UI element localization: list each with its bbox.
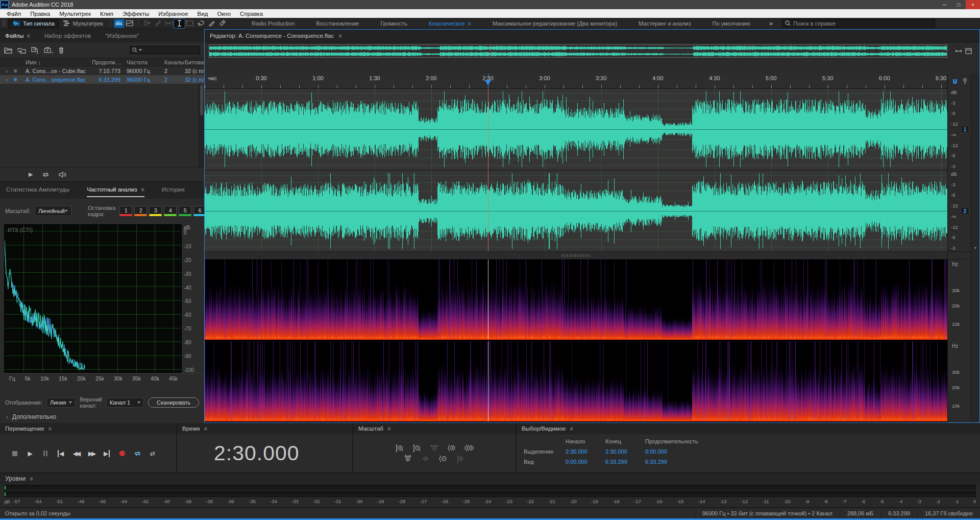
panel-tab[interactable]: История: [162, 186, 185, 197]
menu-item[interactable]: Файл: [2, 11, 26, 17]
go-to-end-button[interactable]: ▶: [100, 448, 113, 459]
zoom-out-time-button[interactable]: [411, 443, 423, 453]
column-depth[interactable]: Битовая глубина: [185, 59, 204, 65]
menu-item[interactable]: Справка: [235, 11, 267, 17]
show-spectrum-icon[interactable]: [125, 19, 135, 28]
workspace-overflow-icon[interactable]: »: [764, 19, 778, 27]
panel-tab[interactable]: "Избранное": [105, 29, 146, 42]
menu-item[interactable]: Окно: [212, 11, 235, 17]
close-button[interactable]: ×: [966, 0, 980, 9]
fast-forward-button[interactable]: ▶▶: [85, 448, 98, 459]
panel-menu-icon[interactable]: ≡: [30, 476, 33, 482]
hold-button[interactable]: 2: [134, 206, 147, 216]
overview-navigator[interactable]: [209, 44, 947, 58]
top-channel-select[interactable]: Канал 1: [106, 397, 144, 408]
pause-button[interactable]: [39, 448, 52, 459]
zoom-out-full-button[interactable]: [428, 443, 440, 453]
channel-2-badge[interactable]: 2: [961, 207, 969, 215]
panel-menu-icon[interactable]: ≡: [338, 33, 341, 39]
expand-chevron-icon[interactable]: ›: [0, 68, 13, 74]
workspace-tab[interactable]: По умолчанию: [702, 20, 761, 27]
waveform-mode-button[interactable]: Тип сигнала: [8, 19, 59, 28]
zoom-in-inpoint-button[interactable]: [446, 443, 458, 453]
search-options-caret[interactable]: [139, 49, 142, 53]
workspace-tab[interactable]: Мастеринг и анализ: [628, 20, 701, 27]
column-name[interactable]: Имя ↓: [26, 59, 92, 65]
channel-1-badge[interactable]: 1: [961, 126, 969, 133]
hold-button[interactable]: 4: [164, 206, 177, 216]
scan-button[interactable]: Сканировать: [148, 397, 199, 408]
column-channels[interactable]: Каналы: [160, 59, 185, 65]
expand-chevron-icon[interactable]: ›: [0, 77, 13, 83]
workspace-tab[interactable]: Radio Production: [241, 20, 305, 27]
open-file-icon[interactable]: [4, 47, 12, 54]
zoom-to-selection-button[interactable]: [437, 454, 449, 463]
waveform-channel-1[interactable]: [205, 89, 947, 170]
files-search-input[interactable]: [143, 47, 198, 53]
waveform-channel-2[interactable]: [205, 171, 947, 251]
file-row[interactable]: › ⧻ A. Cons…ce - Cube.flac 7:10.773 9600…: [0, 66, 204, 75]
wave-spectral-splitter[interactable]: [205, 251, 947, 259]
advanced-expander[interactable]: › Дополнительно: [0, 411, 204, 423]
stop-button[interactable]: [8, 448, 21, 459]
zoom-to-selection-time-button[interactable]: [402, 454, 414, 463]
frequency-graph[interactable]: ИТК (CTI): [4, 224, 182, 373]
panel-menu-icon[interactable]: ≡: [48, 426, 52, 432]
preview-loop-icon[interactable]: [42, 172, 50, 178]
panel-menu-icon[interactable]: ≡: [387, 426, 390, 432]
level-meter[interactable]: [4, 485, 976, 497]
timeline-ruler[interactable]: чмс 0:301:001:302:002:303:003:304:004:30…: [205, 74, 947, 89]
view-duration[interactable]: 6:33.299: [645, 459, 712, 465]
workspace-tab[interactable]: Классическое≡: [418, 20, 482, 27]
marker-pin-icon[interactable]: [963, 78, 967, 85]
view-start[interactable]: 0:00.000: [566, 459, 605, 465]
razor-tool-icon[interactable]: [153, 19, 163, 28]
menu-item[interactable]: Избранное: [154, 11, 192, 17]
workspace-tab[interactable]: Громкость: [370, 20, 418, 27]
lasso-selection-tool-icon[interactable]: [195, 19, 206, 28]
multitrack-mode-button[interactable]: Мультитрек: [59, 19, 107, 28]
files-scrollbar[interactable]: [199, 84, 204, 167]
move-tool-icon[interactable]: [142, 19, 153, 28]
marquee-selection-tool-icon[interactable]: [185, 19, 195, 28]
panel-tab[interactable]: Статистика Амплитуды: [6, 186, 69, 197]
help-search-input[interactable]: [793, 20, 932, 27]
display-select[interactable]: Линия: [46, 397, 76, 408]
panel-menu-icon[interactable]: ≡: [27, 33, 30, 39]
rewind-button[interactable]: ◀◀: [69, 448, 83, 459]
panel-menu-icon[interactable]: ≡: [204, 426, 207, 432]
time-display[interactable]: 2:30.000: [177, 434, 352, 472]
column-duration[interactable]: Продолж…: [92, 59, 124, 65]
menu-item[interactable]: Вид: [193, 11, 213, 17]
show-waveform-icon[interactable]: [114, 19, 125, 28]
hold-button[interactable]: 3: [149, 206, 162, 216]
import-file-icon[interactable]: [17, 47, 26, 54]
menu-item[interactable]: Правка: [26, 11, 55, 17]
menu-item[interactable]: Клип: [95, 11, 118, 17]
selection-duration[interactable]: 0:00.000: [645, 448, 712, 455]
menu-item[interactable]: Эффекты: [118, 11, 154, 17]
panel-tab[interactable]: Набор эффектов: [44, 29, 98, 42]
preview-play-icon[interactable]: ▶: [29, 171, 33, 178]
zoom-reset-button[interactable]: [420, 454, 432, 463]
scale-select[interactable]: Линейный: [35, 206, 71, 216]
maximize-button[interactable]: □: [951, 0, 966, 9]
snapping-magnet-icon[interactable]: [951, 78, 959, 85]
editor-tab-title[interactable]: Редактор: A. Consequence - Consequence.f…: [210, 33, 334, 39]
workspace-tab[interactable]: Максимальное редактирование (Два монитор…: [482, 20, 628, 27]
hold-button[interactable]: 1: [119, 206, 132, 216]
delete-icon[interactable]: [58, 47, 64, 54]
column-rate[interactable]: Частота: [124, 59, 160, 65]
spot-healing-tool-icon[interactable]: [217, 19, 228, 28]
zoom-in-outpoint-button[interactable]: [463, 443, 475, 453]
insert-multitrack-icon[interactable]: [44, 46, 53, 54]
workspace-tab[interactable]: Восстановление: [305, 20, 370, 27]
selection-start[interactable]: 2:30.000: [566, 448, 605, 455]
panel-tab[interactable]: Частотный анализ≡: [87, 186, 144, 197]
new-content-icon[interactable]: [31, 47, 39, 54]
spectrogram-channel-1[interactable]: [205, 259, 947, 340]
overview-menu-icon[interactable]: [965, 48, 972, 54]
panel-menu-icon[interactable]: ≡: [141, 186, 144, 193]
zoom-in-amplitude-button[interactable]: [454, 454, 467, 463]
zoom-in-time-button[interactable]: [394, 443, 406, 453]
